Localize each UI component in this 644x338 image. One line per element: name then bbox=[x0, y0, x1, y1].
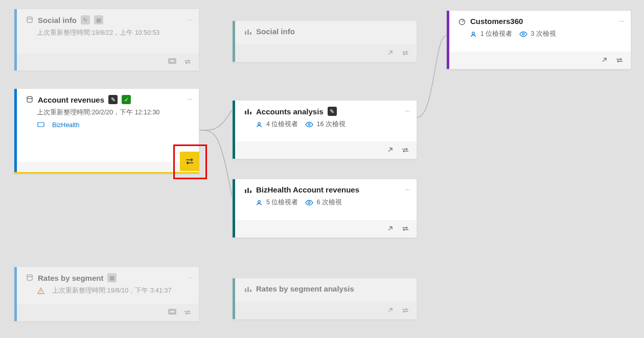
card-title: Rates by segment bbox=[38, 274, 103, 282]
svg-rect-10 bbox=[250, 32, 251, 35]
endorsement-badge-icon: ✎ bbox=[328, 107, 337, 116]
viewers-icon bbox=[469, 30, 477, 38]
dashboard-icon bbox=[458, 17, 466, 26]
more-options-icon[interactable]: ··· bbox=[619, 17, 625, 25]
refresh-time: 上次重新整理時間:19/8/22，上午 10:50:53 bbox=[14, 28, 199, 40]
card-social-info-report[interactable]: Social info bbox=[232, 20, 417, 62]
more-options-icon[interactable]: ··· bbox=[187, 15, 193, 23]
svg-rect-16 bbox=[245, 189, 246, 193]
endorsement-badge-icon: ✎ bbox=[108, 95, 118, 104]
svg-point-20 bbox=[309, 202, 311, 204]
warning-icon bbox=[37, 287, 45, 295]
svg-point-15 bbox=[309, 124, 311, 126]
svg-rect-8 bbox=[245, 31, 246, 35]
open-icon[interactable] bbox=[386, 50, 394, 57]
refresh-time: 上次重新整理時間:19/8/10，下午 3:41:37 bbox=[52, 286, 171, 295]
workspace-icon[interactable] bbox=[168, 58, 176, 65]
card-social-info-dataset[interactable]: Social info ✎ ▦ ··· 上次重新整理時間:19/8/22，上午 … bbox=[14, 9, 199, 71]
card-title: Rates by segment analysis bbox=[256, 284, 354, 293]
swap-icon[interactable] bbox=[183, 58, 192, 65]
more-options-icon[interactable]: ··· bbox=[187, 95, 193, 103]
open-icon[interactable] bbox=[386, 307, 394, 314]
svg-point-25 bbox=[472, 32, 475, 34]
views-count: 16 次檢視 bbox=[316, 120, 345, 129]
svg-rect-18 bbox=[250, 190, 251, 193]
endorsement-badge-icon: ✎ bbox=[81, 15, 90, 25]
svg-point-14 bbox=[258, 122, 261, 125]
card-title: Accounts analysis bbox=[256, 107, 324, 116]
more-options-icon[interactable]: ··· bbox=[405, 107, 410, 114]
dataset-icon bbox=[26, 95, 34, 104]
swap-lineage-button[interactable] bbox=[180, 152, 199, 171]
report-icon bbox=[244, 107, 252, 115]
views-count: 3 次檢視 bbox=[531, 30, 556, 38]
card-title: Customers360 bbox=[470, 17, 523, 26]
svg-rect-11 bbox=[245, 111, 246, 114]
views-icon bbox=[305, 120, 313, 129]
open-icon[interactable] bbox=[386, 225, 394, 232]
svg-rect-4 bbox=[38, 123, 44, 127]
dataset-icon bbox=[26, 16, 34, 24]
svg-rect-9 bbox=[247, 30, 249, 35]
svg-rect-21 bbox=[245, 288, 246, 292]
swap-icon[interactable] bbox=[401, 147, 409, 154]
viewers-icon bbox=[255, 120, 263, 129]
svg-rect-2 bbox=[170, 60, 175, 62]
swap-icon[interactable] bbox=[615, 57, 624, 64]
certified-badge-icon: ✓ bbox=[122, 95, 131, 104]
viewers-count: 1 位檢視者 bbox=[480, 30, 512, 38]
sensitivity-badge-icon: ▦ bbox=[107, 273, 117, 282]
open-icon[interactable] bbox=[600, 57, 608, 64]
svg-point-19 bbox=[258, 200, 261, 203]
svg-rect-17 bbox=[247, 188, 249, 193]
svg-rect-22 bbox=[247, 287, 249, 292]
svg-point-26 bbox=[523, 33, 525, 35]
swap-icon[interactable] bbox=[401, 50, 409, 57]
sensitivity-badge-icon: ▦ bbox=[94, 15, 103, 25]
svg-rect-7 bbox=[170, 310, 175, 313]
dataset-icon bbox=[26, 274, 34, 282]
card-title: Social info bbox=[38, 16, 77, 25]
svg-rect-23 bbox=[250, 289, 251, 292]
card-accounts-analysis-report[interactable]: Accounts analysis ✎ ··· 4 位檢視者 16 次檢視 bbox=[232, 100, 417, 159]
swap-icon[interactable] bbox=[183, 309, 192, 316]
svg-point-0 bbox=[27, 17, 32, 19]
card-title: BizHealth Account revenues bbox=[256, 185, 359, 194]
swap-icon[interactable] bbox=[401, 225, 409, 232]
open-icon[interactable] bbox=[386, 147, 394, 154]
svg-point-5 bbox=[27, 275, 32, 277]
card-rates-analysis-report[interactable]: Rates by segment analysis bbox=[232, 278, 417, 320]
workspace-link-icon bbox=[37, 121, 45, 129]
card-bizhealth-report[interactable]: BizHealth Account revenues ··· 5 位檢視者 6 … bbox=[232, 179, 417, 238]
svg-point-3 bbox=[27, 96, 32, 99]
refresh-time: 上次重新整理時間:20/2/20，下午 12:12:30 bbox=[14, 107, 199, 120]
views-icon bbox=[519, 30, 527, 38]
card-rates-by-segment-dataset[interactable]: Rates by segment ▦ ··· 上次重新整理時間:19/8/10，… bbox=[14, 267, 199, 322]
card-customers360-dashboard[interactable]: Customers360 ··· 1 位檢視者 3 次檢視 bbox=[446, 10, 631, 69]
swap-icon[interactable] bbox=[401, 307, 409, 314]
card-title: Social info bbox=[256, 27, 295, 36]
report-icon bbox=[244, 28, 252, 36]
report-icon bbox=[244, 186, 252, 194]
svg-rect-12 bbox=[247, 109, 249, 114]
card-account-revenues-dataset[interactable]: Account revenues ✎ ✓ ··· 上次重新整理時間:20/2/2… bbox=[14, 88, 199, 174]
card-title: Account revenues bbox=[38, 95, 104, 104]
viewers-count: 5 位檢視者 bbox=[266, 198, 298, 207]
report-icon bbox=[244, 285, 252, 293]
more-options-icon[interactable]: ··· bbox=[187, 273, 193, 281]
more-options-icon[interactable]: ··· bbox=[405, 185, 410, 193]
viewers-icon bbox=[255, 199, 263, 207]
views-icon bbox=[305, 199, 313, 207]
workspace-link[interactable]: BizHealth bbox=[52, 122, 80, 129]
svg-rect-13 bbox=[250, 112, 251, 114]
viewers-count: 4 位檢視者 bbox=[266, 120, 298, 129]
workspace-icon[interactable] bbox=[168, 309, 176, 316]
views-count: 6 次檢視 bbox=[316, 198, 341, 207]
